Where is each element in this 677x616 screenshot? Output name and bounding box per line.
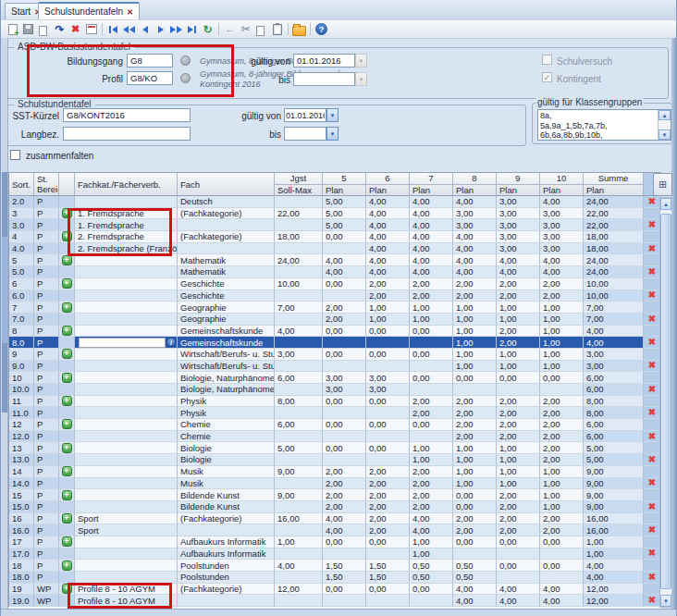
klassengruppen-listbox[interactable]: 8a, 5a,9a_1,5b,7a,7b, 6b,6a,8b,9b,10b, ▲…: [537, 109, 671, 141]
add-row-icon[interactable]: +: [62, 326, 72, 336]
header-grade-9[interactable]: 9 Plan: [497, 173, 540, 195]
add-row-icon[interactable]: +: [62, 278, 72, 289]
sst-gueltig-von-dropdown[interactable]: ▼: [326, 108, 338, 122]
table-row[interactable]: 9.0PWirtschaft/Berufs- u. Studienor…1,00…: [9, 361, 660, 373]
delete-row-button[interactable]: ✖: [648, 548, 656, 558]
delete-row-button[interactable]: ✖: [648, 197, 656, 206]
add-row-icon[interactable]: +: [62, 561, 72, 571]
add-row-icon[interactable]: +: [62, 255, 72, 265]
add-row-icon[interactable]: +: [62, 513, 72, 524]
header-summe[interactable]: Summe Plan: [584, 173, 644, 195]
sst-kuerzel-field[interactable]: [63, 108, 191, 122]
delete-row-button[interactable]: ✖: [648, 525, 656, 535]
table-row[interactable]: 5P+Mathematik24,004,004,004,004,004,004,…: [9, 254, 660, 266]
table-row[interactable]: 15P+Bildende Kunst9,002,002,002,000,002,…: [9, 489, 660, 501]
table-row[interactable]: 6P+Geschichte10,000,002,002,002,002,002,…: [9, 278, 660, 290]
table-row[interactable]: 19WP+Profile 8 - 10 AGYM(Fachkategorie)1…: [9, 584, 660, 596]
delete-row-button[interactable]: ✖: [648, 502, 656, 511]
table-row[interactable]: 3.0P1. Fremdsprache5,004,004,003,003,003…: [9, 219, 660, 231]
edit-form-button[interactable]: [83, 22, 99, 37]
delete-row-button[interactable]: ✖: [648, 455, 656, 464]
header-grade-6[interactable]: 6 Plan: [366, 173, 410, 195]
add-row-icon[interactable]: +: [62, 373, 72, 383]
scroll-up-button[interactable]: ▲: [659, 110, 671, 120]
nav-fast-prev-button[interactable]: [121, 22, 137, 37]
delete-row-button[interactable]: ✖: [648, 338, 656, 347]
nav-fast-next-button[interactable]: [168, 22, 184, 37]
nav-prev-button[interactable]: [137, 22, 153, 37]
table-row[interactable]: 4.0P2. Fremdsprache (Französisch …4,004,…: [9, 243, 660, 255]
table-row[interactable]: 18.0PPoolstunden1,501,500,500,504,00✖: [9, 572, 660, 584]
header-fach[interactable]: Fach: [178, 173, 275, 195]
table-row[interactable]: 15.0PBildende Kunst2,002,002,000,002,001…: [9, 501, 660, 513]
undo-button[interactable]: ↷: [52, 22, 68, 37]
table-row[interactable]: 12.0PChemie2,002,002,006,00✖: [9, 431, 660, 443]
add-row-icon[interactable]: +: [62, 584, 72, 594]
delete-row-button[interactable]: ✖: [648, 361, 656, 370]
table-row[interactable]: 10P+Biologie, Naturphänomene, Te…6,003,0…: [9, 372, 660, 384]
header-jgst-sollmax[interactable]: Jgst Soll-Max: [275, 173, 323, 195]
basis-gueltig-von-dropdown[interactable]: ▼: [355, 54, 367, 68]
table-row[interactable]: 18P+Poolstunden4,001,501,500,500,500,000…: [9, 560, 660, 572]
add-row-icon[interactable]: +: [62, 419, 72, 429]
sst-gueltig-von-field[interactable]: [284, 108, 326, 122]
delete-row-button[interactable]: ✖: [648, 478, 656, 487]
table-row[interactable]: 9P+Wirtschaft/Berufs- u. Studienor…3,000…: [9, 349, 660, 361]
help-button[interactable]: ?: [314, 22, 329, 37]
add-row-icon[interactable]: +: [62, 490, 72, 500]
langbez-field[interactable]: [63, 127, 191, 141]
close-icon[interactable]: ✕: [127, 7, 133, 17]
fachkat-edit-input[interactable]: [79, 338, 166, 348]
header-st-bereich[interactable]: St. Bereich: [34, 173, 59, 195]
header-grade-8[interactable]: 8 Plan: [453, 173, 497, 195]
table-row[interactable]: 16P+Sport(Fachkategorie)16,004,002,004,0…: [9, 513, 660, 525]
table-row[interactable]: 14.0PMusik2,002,002,001,001,001,009,00✖: [9, 478, 660, 490]
table-row[interactable]: 11.0PPhysik2,002,002,002,008,00✖: [9, 407, 660, 419]
table-row[interactable]: 7P+Geographie7,002,001,001,001,001,001,0…: [9, 302, 660, 314]
delete-row-button[interactable]: ✖: [648, 432, 656, 441]
header-sort[interactable]: Sort.: [9, 173, 34, 195]
sst-bis-field[interactable]: [284, 127, 326, 141]
table-row[interactable]: 11P+Physik8,000,000,002,002,002,002,008,…: [9, 396, 660, 408]
table-row[interactable]: 3P+1. Fremdsprache(Fachkategorie)22,005,…: [9, 208, 660, 220]
add-row-icon[interactable]: +: [62, 231, 72, 241]
delete-row-button[interactable]: ✖: [648, 220, 656, 229]
profil-field[interactable]: [127, 71, 173, 85]
table-row[interactable]: 19.0WPProfile 8 - 10 AGYM4,004,004,0012,…: [9, 595, 660, 607]
table-row[interactable]: 2.0PDeutsch5,004,004,004,003,004,0024,00…: [9, 196, 660, 208]
scroll-up-button[interactable]: ▲: [660, 198, 671, 210]
table-row[interactable]: 8.0PiGemeinschaftskunde1,002,001,004,00✖: [9, 337, 660, 349]
add-row-icon[interactable]: +: [62, 443, 72, 453]
add-row-icon[interactable]: +: [62, 208, 72, 218]
table-row[interactable]: 13P+Biologie5,000,000,001,001,001,002,00…: [9, 442, 660, 454]
table-row[interactable]: 4P+2. Fremdsprache(Fachkategorie)18,000,…: [9, 231, 660, 243]
table-row[interactable]: 14P+Musik9,002,002,002,001,001,001,009,0…: [9, 466, 660, 478]
delete-row-button[interactable]: ✖: [648, 244, 656, 253]
table-row[interactable]: 10.0PBiologie, Naturphänomene, Te…3,003,…: [9, 384, 660, 396]
nav-next-button[interactable]: [153, 22, 168, 37]
table-row[interactable]: 17.0PAufbaukurs Informatik1,001,00✖: [9, 548, 660, 561]
header-grade-7[interactable]: 7 Plan: [410, 173, 453, 195]
kontingent-checkbox[interactable]: ✓: [542, 72, 552, 82]
add-row-icon[interactable]: +: [62, 349, 72, 359]
table-row[interactable]: 17P+Aufbaukurs Informatik1,000,000,001,0…: [9, 536, 660, 548]
table-row[interactable]: 16.0PSport4,002,004,002,002,002,0016,00✖: [9, 524, 660, 536]
header-grade-5[interactable]: 5 Plan: [323, 173, 366, 195]
delete-row-button[interactable]: ✖: [648, 573, 656, 582]
refresh-button[interactable]: ↻: [200, 22, 215, 37]
basis-gueltig-von-field[interactable]: [293, 54, 355, 68]
table-row[interactable]: 6.0PGeschichte2,002,002,002,002,0010,00✖: [9, 290, 660, 302]
cut-button[interactable]: ✂: [238, 22, 253, 37]
new-record-button[interactable]: +: [5, 22, 20, 37]
tab-schulstundentafeln[interactable]: Schulstundentafeln ✕: [38, 2, 140, 19]
delete-row-button[interactable]: ✖: [648, 314, 656, 324]
nav-first-button[interactable]: [105, 22, 121, 37]
add-row-icon[interactable]: +: [62, 466, 72, 476]
table-row[interactable]: 8P+Gemeinschaftskunde4,000,000,000,001,0…: [9, 326, 660, 338]
bildungsgang-field[interactable]: [127, 54, 173, 68]
delete-row-button[interactable]: ✖: [648, 385, 656, 394]
left-panel-splitter[interactable]: [1, 38, 8, 616]
duplicate-button[interactable]: [36, 22, 52, 37]
scroll-down-button[interactable]: ▼: [660, 595, 671, 607]
copy-button[interactable]: [253, 22, 269, 37]
